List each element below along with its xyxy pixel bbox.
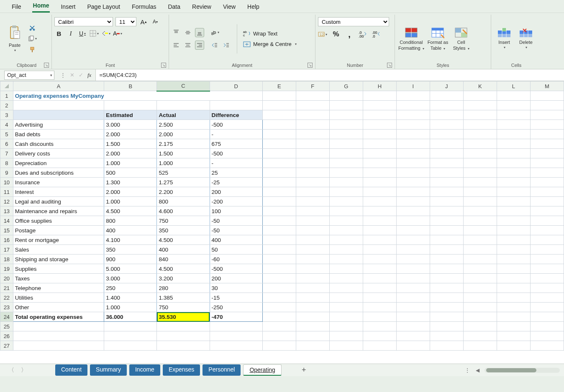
cell-D24[interactable]: -470 xyxy=(210,312,262,322)
row-header-13[interactable]: 13 xyxy=(0,206,13,216)
cell-D19[interactable]: -500 xyxy=(210,264,262,274)
cell-A21[interactable]: Telephone xyxy=(13,283,104,293)
cell-A3[interactable] xyxy=(13,110,104,120)
formula-input[interactable]: =SUM(C4:C23) xyxy=(95,69,564,81)
conditional-formatting-button[interactable]: Conditional Formatting ▾ xyxy=(397,26,425,51)
align-middle-button[interactable] xyxy=(183,28,192,37)
cell-A4[interactable]: Advertising xyxy=(13,120,104,130)
row-header-8[interactable]: 8 xyxy=(0,158,13,168)
align-bottom-button[interactable] xyxy=(195,28,204,37)
cell-D16[interactable]: 400 xyxy=(210,235,262,245)
cell-A19[interactable]: Supplies xyxy=(13,264,104,274)
cell-B22[interactable]: 1.400 xyxy=(104,293,157,303)
row-header-24[interactable]: 24 xyxy=(0,312,13,322)
insert-cells-button[interactable]: Insert▾ xyxy=(494,27,515,50)
cell-B11[interactable]: 2.000 xyxy=(104,187,157,197)
italic-button[interactable]: I xyxy=(66,29,75,38)
cell-A20[interactable]: Taxes xyxy=(13,274,104,283)
row-header-11[interactable]: 11 xyxy=(0,187,13,197)
paste-button[interactable]: Paste ▾ xyxy=(4,24,25,53)
fill-color-button[interactable]: ▾ xyxy=(101,29,110,38)
cell-A11[interactable]: Interest xyxy=(13,187,104,197)
scrollbar-thumb[interactable] xyxy=(486,368,536,372)
menu-help[interactable]: Help xyxy=(246,2,260,13)
align-top-button[interactable] xyxy=(172,28,181,37)
cell-D15[interactable]: -50 xyxy=(210,226,262,235)
cell-D20[interactable]: 200 xyxy=(210,274,262,283)
horizontal-scrollbar[interactable] xyxy=(485,368,560,373)
cell-A23[interactable]: Other xyxy=(13,303,104,312)
menu-insert[interactable]: Insert xyxy=(60,2,76,13)
dialog-launcher-icon[interactable]: ↘ xyxy=(161,63,166,68)
decrease-decimal-button[interactable]: .00.0 xyxy=(372,30,381,39)
wrap-text-button[interactable]: abc Wrap Text xyxy=(243,30,297,37)
row-header-25[interactable]: 25 xyxy=(0,322,13,331)
cell-D3[interactable]: Difference xyxy=(210,110,262,120)
cell-B15[interactable]: 400 xyxy=(104,226,157,235)
format-as-table-button[interactable]: Format as Table ▾ xyxy=(427,26,449,51)
cell-D4[interactable]: -500 xyxy=(210,120,262,130)
cell-D5[interactable]: - xyxy=(210,130,262,139)
spreadsheet-grid[interactable]: A B C D E F G H I J K L M 1 Operating ex… xyxy=(0,81,564,364)
cell-B6[interactable]: 1.500 xyxy=(104,139,157,149)
col-header-E[interactable]: E xyxy=(262,81,296,91)
merge-center-button[interactable]: Merge & Centre▾ xyxy=(243,41,297,47)
increase-font-button[interactable]: A▴ xyxy=(139,17,148,26)
cell-B17[interactable]: 350 xyxy=(104,245,157,255)
cell-C16[interactable]: 4.500 xyxy=(157,235,210,245)
cell-B13[interactable]: 4.500 xyxy=(104,206,157,216)
cell-B18[interactable]: 900 xyxy=(104,255,157,264)
cell-D12[interactable]: -200 xyxy=(210,197,262,206)
row-header-20[interactable]: 20 xyxy=(0,274,13,283)
row-header-4[interactable]: 4 xyxy=(0,120,13,130)
cell-D11[interactable]: 200 xyxy=(210,187,262,197)
underline-button[interactable]: U▾ xyxy=(78,29,87,38)
cell-D8[interactable]: - xyxy=(210,158,262,168)
cell-D18[interactable]: -60 xyxy=(210,255,262,264)
col-header-B[interactable]: B xyxy=(104,81,157,91)
cell-styles-button[interactable]: Cell Styles ▾ xyxy=(451,26,472,51)
cell-A10[interactable]: Insurance xyxy=(13,178,104,187)
col-header-H[interactable]: H xyxy=(363,81,396,91)
accept-formula-button[interactable]: ✓ xyxy=(79,72,83,78)
row-header-23[interactable]: 23 xyxy=(0,303,13,312)
comma-button[interactable]: , xyxy=(345,30,354,39)
cell-C19[interactable]: 4.500 xyxy=(157,264,210,274)
dialog-launcher-icon[interactable]: ↘ xyxy=(308,63,313,68)
sheet-title[interactable]: Operating expenses MyCompany xyxy=(13,91,262,101)
col-header-A[interactable]: A xyxy=(13,81,104,91)
menu-data[interactable]: Data xyxy=(167,2,181,13)
cancel-formula-button[interactable]: ✕ xyxy=(70,72,74,78)
cell-B23[interactable]: 1.000 xyxy=(104,303,157,312)
cell-C8[interactable]: 1.000 xyxy=(157,158,210,168)
accounting-format-button[interactable]: 123▾ xyxy=(318,30,327,39)
delete-cells-button[interactable]: Delete▾ xyxy=(515,27,536,50)
cell-A12[interactable]: Legal and auditing xyxy=(13,197,104,206)
cell-B12[interactable]: 1.000 xyxy=(104,197,157,206)
row-header-21[interactable]: 21 xyxy=(0,283,13,293)
cell-B4[interactable]: 3.000 xyxy=(104,120,157,130)
select-all-corner[interactable] xyxy=(0,81,13,91)
row-header-22[interactable]: 22 xyxy=(0,293,13,303)
cell-C15[interactable]: 350 xyxy=(157,226,210,235)
cell-A17[interactable]: Sales xyxy=(13,245,104,255)
row-header-3[interactable]: 3 xyxy=(0,110,13,120)
cell-C6[interactable]: 2.175 xyxy=(157,139,210,149)
cell-A16[interactable]: Rent or mortgage xyxy=(13,235,104,245)
row-header-5[interactable]: 5 xyxy=(0,130,13,139)
sheet-tab-summary[interactable]: Summary xyxy=(90,364,127,376)
cell-B20[interactable]: 3.000 xyxy=(104,274,157,283)
cell-A22[interactable]: Utilities xyxy=(13,293,104,303)
col-header-G[interactable]: G xyxy=(329,81,363,91)
prev-sheet-button[interactable]: 〈 xyxy=(8,367,14,374)
cell-D7[interactable]: -500 xyxy=(210,149,262,158)
dialog-launcher-icon[interactable]: ↘ xyxy=(44,63,49,68)
cell-D22[interactable]: -15 xyxy=(210,293,262,303)
menu-review[interactable]: Review xyxy=(191,2,212,13)
increase-decimal-button[interactable]: .0.00 xyxy=(358,30,367,39)
col-header-K[interactable]: K xyxy=(463,81,497,91)
cell-B10[interactable]: 1.300 xyxy=(104,178,157,187)
cell-B21[interactable]: 250 xyxy=(104,283,157,293)
cell-C11[interactable]: 2.200 xyxy=(157,187,210,197)
row-header-9[interactable]: 9 xyxy=(0,168,13,178)
